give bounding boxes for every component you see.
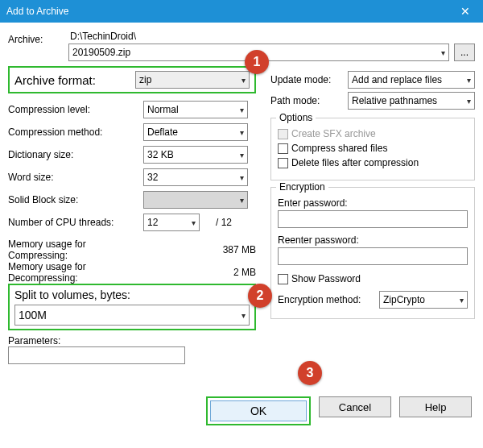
compression-method-value: Deflate: [147, 127, 178, 138]
close-icon[interactable]: ✕: [454, 5, 477, 18]
chevron-down-icon: ▾: [460, 296, 464, 305]
mem-decompress-value: 2 MB: [143, 267, 256, 278]
delete-after-label: Delete files after compression: [291, 157, 419, 168]
path-mode-combo[interactable]: Relative pathnames ▾: [348, 92, 475, 110]
compression-method-combo[interactable]: Deflate ▾: [143, 123, 248, 141]
compression-level-value: Normal: [147, 104, 179, 115]
badge-1: 1: [245, 50, 269, 74]
chevron-down-icon: ▾: [467, 76, 471, 85]
browse-button[interactable]: ...: [454, 44, 475, 61]
enter-password-label: Enter password:: [278, 197, 468, 209]
archive-format-highlight: Archive format: zip ▾: [8, 66, 256, 93]
split-volumes-value: 100M: [19, 309, 47, 321]
chevron-down-icon: ▾: [240, 173, 244, 182]
split-volumes-combo[interactable]: 100M ▾: [14, 305, 250, 326]
chevron-down-icon: ▾: [240, 151, 244, 160]
archive-row: Archive: D:\TechinDroid\ 20190509.zip ▾ …: [8, 29, 475, 61]
options-group: Options Create SFX archive Compress shar…: [270, 118, 475, 180]
badge-2: 2: [248, 284, 272, 308]
ok-button[interactable]: OK: [210, 400, 307, 421]
help-label: Help: [425, 401, 447, 413]
delete-after-checkbox[interactable]: Delete files after compression: [278, 157, 468, 168]
window-title: Add to Archive: [6, 6, 68, 17]
dictionary-size-value: 32 KB: [147, 149, 174, 160]
archive-filename-value: 20190509.zip: [72, 47, 130, 58]
compression-method-label: Compression method:: [8, 127, 143, 138]
update-mode-label: Update mode:: [270, 74, 348, 85]
split-volumes-label: Split to volumes, bytes:: [14, 288, 250, 301]
checkbox-icon: [278, 158, 288, 168]
compress-shared-checkbox[interactable]: Compress shared files: [278, 143, 468, 154]
path-mode-label: Path mode:: [270, 95, 348, 106]
archive-label: Archive:: [8, 29, 68, 45]
encryption-method-label: Encryption method:: [278, 294, 379, 305]
left-column: 1 Archive format: zip ▾ Compression leve…: [8, 66, 256, 364]
dialog-content: Archive: D:\TechinDroid\ 20190509.zip ▾ …: [0, 23, 483, 364]
compress-shared-label: Compress shared files: [291, 143, 387, 154]
button-bar: 3 OK Cancel Help: [0, 388, 483, 435]
help-button[interactable]: Help: [399, 396, 472, 417]
chevron-down-icon: ▾: [467, 97, 471, 106]
word-size-label: Word size:: [8, 172, 143, 183]
archive-format-value: zip: [139, 74, 151, 85]
chevron-down-icon: ▾: [242, 311, 246, 320]
create-sfx-checkbox: Create SFX archive: [278, 128, 468, 139]
cpu-threads-value: 12: [147, 217, 158, 228]
reenter-password-input[interactable]: [278, 247, 468, 265]
cpu-threads-combo[interactable]: 12 ▾: [143, 214, 200, 231]
word-size-combo[interactable]: 32 ▾: [143, 168, 248, 186]
chevron-down-icon: ▾: [240, 106, 244, 114]
ok-highlight: OK: [206, 396, 311, 425]
split-volumes-highlight: Split to volumes, bytes: 100M ▾: [8, 284, 256, 330]
badge-3: 3: [298, 361, 322, 385]
cancel-label: Cancel: [339, 401, 371, 413]
solid-block-label: Solid Block size:: [8, 194, 143, 205]
checkbox-icon: [278, 143, 288, 154]
solid-block-combo: ▾: [143, 191, 248, 209]
compression-level-label: Compression level:: [8, 104, 143, 115]
compression-level-combo[interactable]: Normal ▾: [143, 101, 248, 118]
chevron-down-icon: ▾: [240, 196, 244, 205]
mem-compress-value: 387 MB: [143, 244, 256, 255]
ok-label: OK: [250, 404, 266, 417]
encryption-method-value: ZipCrypto: [383, 294, 425, 305]
options-title: Options: [276, 112, 316, 123]
encryption-group: Encryption Enter password: Reenter passw…: [270, 187, 475, 319]
chevron-down-icon: ▾: [240, 128, 244, 137]
update-mode-value: Add and replace files: [352, 74, 442, 85]
show-password-checkbox[interactable]: Show Password: [278, 273, 468, 284]
reenter-password-label: Reenter password:: [278, 234, 468, 246]
chevron-down-icon: ▾: [441, 48, 445, 57]
chevron-down-icon: ▾: [192, 218, 196, 227]
word-size-value: 32: [147, 172, 158, 183]
right-column: Update mode: Add and replace files ▾ Pat…: [270, 66, 475, 364]
cpu-threads-label: Number of CPU threads:: [8, 217, 143, 228]
dictionary-size-combo[interactable]: 32 KB ▾: [143, 146, 248, 164]
encryption-title: Encryption: [276, 181, 328, 193]
parameters-input[interactable]: [8, 346, 185, 364]
parameters-label: Parameters:: [8, 335, 256, 346]
archive-path-text: D:\TechinDroid\: [68, 29, 475, 44]
checkbox-icon: [278, 129, 288, 139]
archive-format-label: Archive format:: [14, 73, 135, 87]
create-sfx-label: Create SFX archive: [291, 128, 376, 139]
path-mode-value: Relative pathnames: [352, 95, 437, 106]
browse-label: ...: [460, 47, 469, 58]
chevron-down-icon: ▾: [242, 76, 246, 85]
cpu-threads-total: / 12: [200, 217, 232, 228]
show-password-label: Show Password: [291, 273, 361, 284]
checkbox-icon: [278, 274, 288, 284]
update-mode-combo[interactable]: Add and replace files ▾: [348, 71, 475, 89]
cancel-button[interactable]: Cancel: [319, 396, 391, 417]
mem-compress-label: Memory usage for Compressing:: [8, 239, 143, 261]
archive-format-combo[interactable]: zip ▾: [135, 71, 250, 89]
enter-password-input[interactable]: [278, 210, 468, 228]
titlebar: Add to Archive ✕: [0, 0, 483, 23]
dictionary-size-label: Dictionary size:: [8, 149, 143, 160]
mem-decompress-label: Memory usage for Decompressing:: [8, 261, 143, 284]
encryption-method-combo[interactable]: ZipCrypto ▾: [379, 291, 468, 309]
